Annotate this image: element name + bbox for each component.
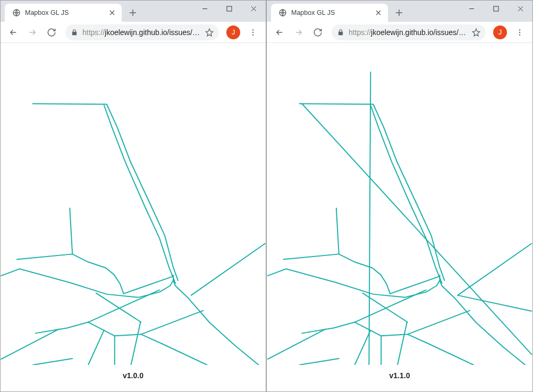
back-button[interactable] <box>5 24 22 41</box>
minimize-button[interactable] <box>192 1 217 16</box>
window-controls <box>192 1 266 16</box>
profile-avatar[interactable]: J <box>493 25 507 39</box>
svg-line-25 <box>408 311 470 335</box>
reload-button[interactable] <box>309 24 326 41</box>
svg-point-3 <box>252 31 253 32</box>
close-tab-icon[interactable] <box>108 8 116 17</box>
bookmark-star-icon[interactable] <box>472 28 480 37</box>
svg-line-32 <box>458 295 531 311</box>
svg-line-11 <box>88 330 104 365</box>
new-tab-button[interactable] <box>126 6 140 20</box>
svg-line-20 <box>390 276 439 294</box>
close-tab-icon[interactable] <box>374 8 383 17</box>
svg-line-31 <box>302 104 531 354</box>
svg-line-27 <box>268 329 326 359</box>
forward-button[interactable] <box>24 24 41 41</box>
map-canvas[interactable] <box>1 43 266 365</box>
svg-point-19 <box>519 34 520 35</box>
titlebar: Mapbox GL JS <box>267 1 532 22</box>
browser-window-right: Mapbox GL JS <box>266 0 533 392</box>
page-content: v1.1.0 <box>267 43 532 391</box>
globe-icon <box>278 8 287 17</box>
svg-line-23 <box>458 244 531 295</box>
svg-rect-1 <box>227 6 232 11</box>
reload-button[interactable] <box>43 24 60 41</box>
version-label: v1.1.0 <box>267 365 532 389</box>
svg-line-26 <box>355 330 371 365</box>
lock-icon <box>337 29 344 36</box>
browser-tab[interactable]: Mapbox GL JS <box>5 4 122 22</box>
browser-tab[interactable]: Mapbox GL JS <box>271 4 388 22</box>
browser-window-left: Mapbox GL JS <box>0 0 266 392</box>
svg-line-21 <box>283 254 339 259</box>
svg-line-28 <box>397 322 407 365</box>
address-bar[interactable]: https://jkoelewijn.github.io/issues/ma..… <box>332 24 486 40</box>
version-label: v1.0.0 <box>1 365 266 389</box>
maximize-button[interactable] <box>484 1 508 16</box>
close-window-button[interactable] <box>241 1 266 16</box>
address-bar[interactable]: https://jkoelewijn.github.io/issues/ma..… <box>65 24 219 40</box>
tab-title: Mapbox GL JS <box>25 9 104 16</box>
kebab-menu-icon[interactable] <box>511 24 528 41</box>
titlebar: Mapbox GL JS <box>1 1 266 22</box>
svg-line-29 <box>299 359 339 365</box>
lock-icon <box>71 29 78 36</box>
svg-line-10 <box>141 311 203 335</box>
svg-line-7 <box>96 293 141 322</box>
svg-line-13 <box>131 322 141 365</box>
svg-line-30 <box>369 72 370 365</box>
svg-point-17 <box>519 29 520 30</box>
window-controls <box>459 1 532 16</box>
maximize-button[interactable] <box>217 1 241 16</box>
globe-icon <box>12 8 21 17</box>
tab-title: Mapbox GL JS <box>291 9 370 16</box>
bookmark-star-icon[interactable] <box>205 28 214 37</box>
minimize-button[interactable] <box>459 1 484 16</box>
svg-line-14 <box>33 359 73 365</box>
toolbar: https://jkoelewijn.github.io/issues/ma..… <box>267 22 532 43</box>
new-tab-button[interactable] <box>392 6 406 20</box>
svg-line-12 <box>1 329 59 359</box>
svg-point-2 <box>252 29 253 30</box>
close-window-button[interactable] <box>508 1 532 16</box>
url-text: https://jkoelewijn.github.io/issues/ma..… <box>349 28 468 37</box>
svg-line-8 <box>191 244 265 295</box>
forward-button[interactable] <box>290 24 307 41</box>
svg-point-4 <box>252 34 253 35</box>
kebab-menu-icon[interactable] <box>244 24 261 41</box>
url-text: https://jkoelewijn.github.io/issues/ma..… <box>82 28 201 37</box>
toolbar: https://jkoelewijn.github.io/issues/ma..… <box>1 22 266 43</box>
svg-line-5 <box>124 276 173 294</box>
svg-line-6 <box>17 254 72 259</box>
back-button[interactable] <box>271 24 288 41</box>
profile-avatar[interactable]: J <box>226 25 240 39</box>
page-content: v1.0.0 <box>1 43 266 391</box>
svg-point-18 <box>519 31 520 32</box>
svg-rect-16 <box>494 6 498 11</box>
map-canvas[interactable] <box>267 43 532 365</box>
